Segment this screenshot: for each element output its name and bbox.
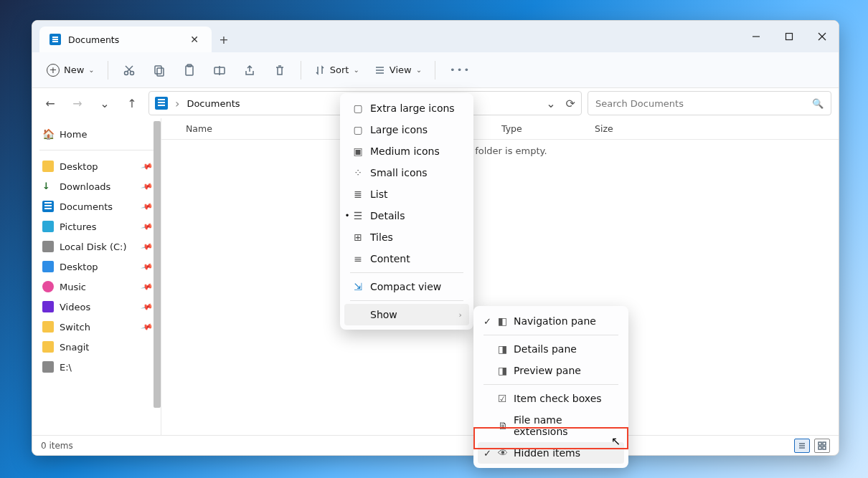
share-button[interactable] [236, 59, 263, 81]
sidebar-label: Local Disk (C:) [60, 242, 126, 252]
tab-documents[interactable]: Documents ✕ [39, 27, 212, 52]
lg-icons-icon: ▢ [352, 124, 364, 135]
refresh-button[interactable]: ⟳ [566, 97, 575, 110]
column-type[interactable]: Type [501, 123, 595, 134]
copy-button[interactable] [146, 59, 173, 81]
separator [301, 61, 301, 80]
menu-item-file-name-extensions[interactable]: 🗎File name extensions [478, 409, 624, 442]
sidebar-item-pictures[interactable]: Pictures📌 [37, 216, 158, 236]
content-icon: ≡ [352, 253, 364, 264]
sidebar-item-local-disk[interactable]: Local Disk (C:)📌 [37, 236, 158, 257]
cut-button[interactable] [115, 59, 143, 81]
delete-button[interactable] [266, 59, 293, 81]
grid-icon [818, 441, 826, 450]
search-input[interactable]: Search Documents 🔍 [588, 91, 831, 115]
paste-button[interactable] [176, 59, 203, 81]
md-icons-icon: ▣ [352, 145, 364, 157]
show-submenu: ✓◧Navigation pane ◨Details pane ◨Preview… [473, 306, 628, 468]
more-button[interactable]: ••• [443, 60, 478, 80]
minimize-button[interactable] [740, 21, 773, 52]
details-view-toggle[interactable] [794, 439, 810, 453]
menu-item-medium-icons[interactable]: ▣Medium icons [344, 140, 469, 162]
checkbox-icon: ☑ [498, 393, 507, 404]
sidebar-item-documents[interactable]: Documents📌 [37, 196, 158, 216]
pin-icon: 📌 [141, 200, 154, 213]
menu-separator [483, 384, 618, 385]
menu-item-details-pane[interactable]: ◨Details pane [478, 338, 624, 360]
menu-item-list[interactable]: ≣List [344, 183, 469, 205]
pin-icon: 📌 [141, 260, 154, 273]
forward-button[interactable]: → [67, 92, 88, 114]
column-size[interactable]: Size [595, 123, 659, 134]
tiles-icon: ⊞ [352, 231, 364, 243]
pin-icon: 📌 [141, 220, 154, 233]
sidebar-item-music[interactable]: Music📌 [37, 277, 158, 297]
sidebar-item-desktop[interactable]: Desktop📌 [37, 156, 158, 176]
toolbar: + New ⌄ Sort ⌄ View ⌄ ••• [32, 52, 839, 88]
sort-button[interactable]: Sort ⌄ [308, 60, 365, 80]
sidebar-label: Pictures [60, 221, 96, 232]
sidebar-item-videos[interactable]: Videos📌 [37, 297, 158, 317]
search-placeholder: Search Documents [595, 98, 684, 109]
maximize-button[interactable] [773, 21, 806, 52]
window-controls [740, 21, 839, 52]
titlebar: Documents ✕ + [32, 21, 839, 52]
thumbnails-view-toggle[interactable] [814, 439, 830, 453]
menu-item-hidden-items[interactable]: ✓👁Hidden items [478, 442, 624, 464]
sidebar-item-desktop-2[interactable]: Desktop📌 [37, 257, 158, 277]
nav-pane-icon: ◧ [498, 315, 507, 327]
menu-item-compact-view[interactable]: ⇲Compact view [344, 276, 469, 297]
menu-item-navigation-pane[interactable]: ✓◧Navigation pane [478, 310, 624, 332]
rename-button[interactable] [206, 59, 233, 81]
video-icon [42, 301, 54, 312]
tab-close-button[interactable]: ✕ [187, 31, 202, 48]
separator [435, 61, 435, 80]
chevron-down-icon[interactable]: ⌄ [546, 97, 555, 110]
menu-item-large-icons[interactable]: ▢Large icons [344, 119, 469, 140]
back-button[interactable]: ← [39, 92, 61, 114]
menu-item-extra-large-icons[interactable]: ▢Extra large icons [344, 97, 469, 119]
menu-item-tiles[interactable]: ⊞Tiles [344, 226, 469, 248]
chevron-down-icon: ⌄ [416, 66, 422, 74]
menu-item-content[interactable]: ≡Content [344, 248, 469, 269]
sidebar-item-home[interactable]: Home [37, 124, 158, 144]
sidebar-item-snagit[interactable]: Snagit [37, 337, 158, 357]
pin-icon: 📌 [141, 280, 154, 293]
recent-button[interactable]: ⌄ [94, 92, 115, 114]
close-button[interactable] [806, 21, 839, 52]
menu-item-small-icons[interactable]: ⁘Small icons [344, 162, 469, 183]
menu-item-preview-pane[interactable]: ◨Preview pane [478, 360, 624, 381]
item-count: 0 items [41, 441, 73, 451]
menu-item-details[interactable]: •☰Details [344, 205, 469, 226]
sidebar-item-downloads[interactable]: Downloads📌 [37, 176, 158, 196]
file-icon: 🗎 [498, 420, 508, 431]
view-button[interactable]: View ⌄ [368, 60, 428, 80]
pictures-icon [42, 221, 54, 232]
breadcrumb[interactable]: Documents [187, 98, 240, 109]
sidebar-item-drive-e[interactable]: E:\ [37, 357, 158, 377]
svg-rect-22 [819, 446, 821, 449]
list-icon: ≣ [352, 188, 364, 200]
new-tab-button[interactable]: + [212, 27, 236, 52]
empty-folder-message: This folder is empty. [161, 140, 839, 156]
list-icon [374, 64, 385, 76]
new-label: New [64, 64, 84, 75]
sidebar-label: Desktop [60, 262, 98, 272]
pin-icon: 📌 [141, 320, 154, 333]
sidebar-item-switch[interactable]: Switch📌 [37, 317, 158, 337]
eye-icon: 👁 [498, 447, 508, 459]
up-button[interactable]: ↑ [121, 92, 143, 114]
sidebar-label: Snagit [60, 342, 89, 353]
details-icon: ☰ [352, 210, 364, 221]
pin-icon: 📌 [141, 300, 154, 313]
menu-item-item-check-boxes[interactable]: ☑Item check boxes [478, 388, 624, 409]
menu-item-show[interactable]: Show› [344, 304, 469, 325]
folder-icon [42, 341, 54, 353]
svg-rect-1 [786, 34, 793, 40]
chevron-down-icon: ⌄ [88, 66, 94, 74]
new-button[interactable]: + New ⌄ [41, 59, 100, 81]
clipboard-icon [183, 64, 196, 77]
scrollbar-thumb[interactable] [154, 121, 161, 408]
chevron-right-icon: › [459, 310, 462, 320]
check-icon: ✓ [483, 316, 491, 327]
